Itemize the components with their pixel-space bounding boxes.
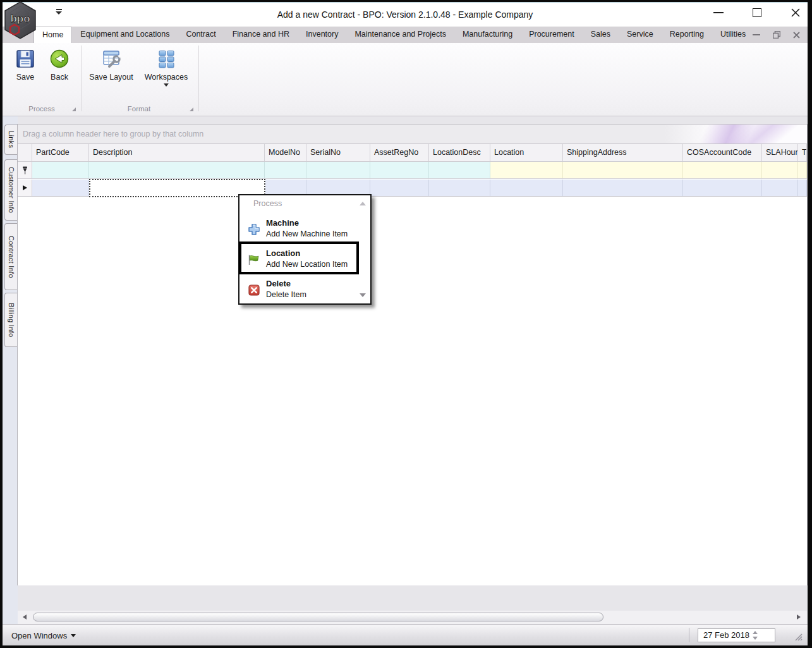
filter-cell-location[interactable] — [490, 162, 563, 178]
filter-cell-locationdesc[interactable] — [429, 162, 490, 178]
save-layout-button[interactable]: Save Layout — [86, 49, 136, 82]
column-header-assetregno[interactable]: AssetRegNo — [370, 144, 429, 161]
back-button[interactable]: Back — [44, 49, 75, 82]
spin-down-icon[interactable] — [753, 637, 758, 640]
filter-cell-clipped[interactable] — [798, 162, 807, 178]
column-header-clipped[interactable]: T — [798, 144, 807, 161]
open-windows-button[interactable]: Open Windows — [11, 625, 76, 646]
cell-assetregno[interactable] — [370, 180, 429, 196]
format-group-dialog-launcher-icon[interactable] — [190, 107, 193, 111]
tab-manufacturing[interactable]: Manufacturing — [454, 27, 521, 43]
menu-item-machine-title: Machine — [266, 217, 348, 229]
filter-cell-description[interactable] — [89, 162, 265, 178]
cell-locationdesc[interactable] — [429, 180, 490, 196]
filter-cell-shippingaddress[interactable] — [563, 162, 683, 178]
column-header-cosaccountcode[interactable]: COSAccountCode — [683, 144, 762, 161]
column-header-modelno[interactable]: ModelNo — [265, 144, 306, 161]
group-by-panel[interactable]: Drag a column header here to group by th… — [18, 124, 807, 144]
cell-cosaccountcode[interactable] — [683, 180, 762, 196]
side-tab-links[interactable]: Links — [4, 125, 18, 155]
mdi-minimize-icon[interactable] — [753, 34, 760, 35]
status-bar: Open Windows 27 Feb 2018 — [3, 624, 808, 645]
spin-up-icon[interactable] — [753, 631, 758, 634]
close-button[interactable] — [790, 7, 801, 18]
tab-home[interactable]: Home — [33, 27, 72, 43]
window-title: Add a new Contract - BPO: Version 2.1.0.… — [277, 9, 533, 20]
back-button-label: Back — [51, 73, 68, 82]
save-button-label: Save — [16, 73, 35, 82]
minimize-button[interactable] — [713, 7, 724, 18]
filter-cell-cosaccountcode[interactable] — [683, 162, 762, 178]
date-spinner[interactable] — [753, 631, 758, 640]
cell-location[interactable] — [490, 180, 563, 196]
column-header-partcode[interactable]: PartCode — [32, 144, 89, 161]
delete-x-icon — [248, 284, 260, 296]
side-tab-billing-info[interactable]: Billing Info — [4, 293, 18, 347]
open-windows-dropdown-icon — [71, 634, 76, 637]
context-menu-header: Process — [239, 199, 282, 208]
ribbon-group-separator — [81, 46, 82, 111]
open-windows-label: Open Windows — [11, 631, 67, 640]
menu-item-machine-subtitle: Add New Machine Item — [266, 229, 348, 240]
title-bar: Add a new Contract - BPO: Version 2.1.0.… — [3, 2, 808, 27]
tab-reporting[interactable]: Reporting — [662, 27, 712, 43]
side-tab-contract-info[interactable]: Contract Info — [4, 223, 18, 290]
auto-filter-row — [18, 162, 807, 179]
scroll-right-icon[interactable] — [797, 614, 801, 620]
column-header-location[interactable]: Location — [490, 144, 563, 161]
filter-cell-partcode[interactable] — [32, 162, 89, 178]
filter-cell-assetregno[interactable] — [370, 162, 429, 178]
tab-inventory[interactable]: Inventory — [298, 27, 346, 43]
menu-item-machine[interactable]: Machine Add New Machine Item — [241, 216, 361, 243]
save-layout-button-label: Save Layout — [89, 73, 133, 82]
tab-equipment-and-locations[interactable]: Equipment and Locations — [72, 27, 178, 43]
quick-access-dropdown-icon[interactable] — [56, 9, 62, 15]
cell-slahours[interactable] — [762, 180, 798, 196]
workspaces-button[interactable]: Workspaces — [139, 49, 193, 87]
ribbon-group-caption-format: Format — [85, 103, 193, 114]
tab-service[interactable]: Service — [619, 27, 662, 43]
menu-item-delete-title: Delete — [266, 278, 306, 290]
equipment-grid: Drag a column header here to group by th… — [17, 124, 808, 585]
filter-cell-slahours[interactable] — [762, 162, 798, 178]
filter-cell-serialno[interactable] — [306, 162, 370, 178]
cell-partcode[interactable] — [32, 180, 89, 196]
grid-header-row: PartCode Description ModelNo SerialNo As… — [18, 144, 807, 162]
app-window: Add a new Contract - BPO: Version 2.1.0.… — [0, 0, 812, 648]
save-floppy-icon — [15, 49, 35, 69]
filter-cell-modelno[interactable] — [265, 162, 306, 178]
close-icon — [791, 8, 801, 18]
layout-wrench-icon — [101, 49, 121, 69]
tab-contract[interactable]: Contract — [178, 27, 224, 43]
group-by-panel-text: Drag a column header here to group by th… — [23, 130, 203, 138]
tab-utilities[interactable]: Utilities — [712, 27, 754, 43]
cell-shippingaddress[interactable] — [563, 180, 683, 196]
tab-sales[interactable]: Sales — [583, 27, 619, 43]
column-header-description[interactable]: Description — [89, 144, 265, 161]
tab-finance-and-hr[interactable]: Finance and HR — [224, 27, 298, 43]
menu-scroll-up-icon[interactable] — [360, 202, 366, 205]
save-button[interactable]: Save — [9, 49, 42, 82]
column-header-slahours[interactable]: SLAHours — [762, 144, 798, 161]
column-header-shippingaddress[interactable]: ShippingAddress — [563, 144, 683, 161]
process-group-dialog-launcher-icon[interactable] — [72, 107, 76, 111]
mdi-close-icon[interactable] — [793, 32, 800, 39]
scroll-left-icon[interactable] — [23, 614, 27, 620]
tab-procurement[interactable]: Procurement — [521, 27, 583, 43]
date-editor[interactable]: 27 Feb 2018 — [698, 628, 775, 642]
maximize-button[interactable] — [751, 7, 762, 18]
column-header-serialno[interactable]: SerialNo — [306, 144, 370, 161]
menu-item-delete[interactable]: Delete Delete Item — [241, 276, 361, 304]
ribbon-tab-strip: Home Equipment and Locations Contract Fi… — [3, 27, 808, 43]
panel-decoration — [665, 125, 807, 144]
status-separator — [689, 628, 689, 642]
workspaces-button-label: Workspaces — [145, 73, 188, 82]
resize-grip-icon[interactable] — [792, 631, 803, 641]
scrollbar-thumb[interactable] — [33, 613, 603, 621]
side-tab-customer-info[interactable]: Customer Info — [4, 159, 18, 221]
column-header-locationdesc[interactable]: LocationDesc — [429, 144, 490, 161]
cell-clipped[interactable] — [798, 180, 807, 196]
horizontal-scrollbar[interactable] — [18, 611, 807, 624]
tab-maintenance-and-projects[interactable]: Maintenance and Projects — [346, 27, 454, 43]
mdi-restore-icon[interactable] — [773, 31, 780, 39]
